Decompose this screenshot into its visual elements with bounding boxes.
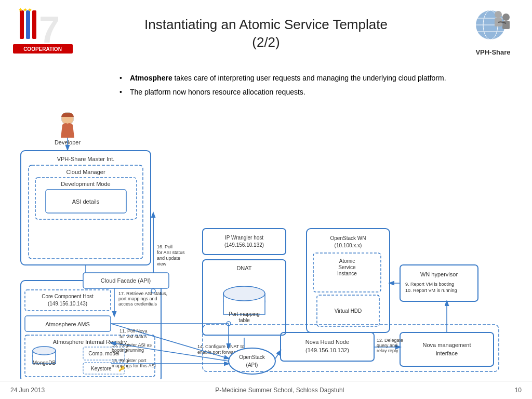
- footer-page: 10: [515, 387, 522, 394]
- svg-text:MongoDB: MongoDB: [33, 360, 56, 366]
- svg-text:16. Poll: 16. Poll: [157, 244, 172, 249]
- svg-text:Core Component Host: Core Component Host: [42, 294, 94, 299]
- title-line2: (2/2): [252, 34, 280, 50]
- footer-center: P-Medicine Summer School, Schloss Dagstu…: [215, 387, 344, 394]
- svg-text:Nova Head Node: Nova Head Node: [305, 339, 349, 345]
- footer: 24 Jun 2013 P-Medicine Summer School, Sc…: [0, 381, 532, 399]
- svg-rect-91: [400, 332, 494, 366]
- bullet-2-text: The platform now honors resource allocat…: [130, 88, 305, 96]
- svg-text:table: table: [238, 317, 250, 323]
- svg-text:14. Configure DNAT to: 14. Configure DNAT to: [197, 344, 244, 349]
- svg-text:(149.156.10.132): (149.156.10.132): [224, 242, 264, 248]
- svg-text:(API): (API): [246, 362, 258, 368]
- svg-text:Nova management: Nova management: [423, 342, 471, 348]
- svg-text:DNAT: DNAT: [236, 265, 251, 271]
- svg-text:COOPERATION: COOPERATION: [23, 46, 62, 52]
- svg-text:interface: interface: [436, 350, 458, 356]
- svg-text:12. Delegate: 12. Delegate: [377, 338, 403, 343]
- diagram-area: Developer VPH-Share Master Int. Cloud Ma…: [5, 109, 527, 378]
- footer-date: 24 Jun 2013: [10, 387, 45, 394]
- svg-rect-3: [32, 10, 36, 39]
- svg-text:OpenStack WN: OpenStack WN: [330, 235, 366, 241]
- bullet-1-text: takes care of interpreting user requests…: [175, 74, 446, 82]
- bullet-1: Atmosphere takes care of interpreting us…: [119, 73, 522, 84]
- svg-text:relay reply: relay reply: [377, 348, 398, 353]
- svg-point-12: [495, 11, 502, 18]
- svg-text:for ASI status: for ASI status: [157, 250, 185, 255]
- svg-text:ASI details: ASI details: [72, 198, 100, 205]
- bullet-1-bold: Atmosphere: [130, 74, 172, 82]
- svg-text:17. Retrieve ASI status,: 17. Retrieve ASI status,: [118, 291, 167, 296]
- left-logo: 7 ★★★ COOPERATION: [10, 5, 78, 57]
- svg-rect-1: [20, 10, 24, 39]
- svg-text:9. Report VM is booting: 9. Report VM is booting: [405, 282, 454, 287]
- svg-text:Development Mode: Development Mode: [61, 181, 110, 187]
- svg-text:query and: query and: [377, 343, 397, 348]
- svg-text:Cloud Facade (API): Cloud Facade (API): [101, 277, 151, 284]
- header: 7 ★★★ COOPERATION Instantiating an Atomi…: [0, 0, 532, 68]
- svg-text:(10.100.x.x): (10.100.x.x): [335, 243, 362, 248]
- svg-text:Instance: Instance: [337, 271, 357, 276]
- title-area: Instantiating an Atomic Service Template…: [144, 16, 388, 51]
- svg-text:booting/running: booting/running: [112, 348, 144, 353]
- svg-text:VPH-Share Master Int.: VPH-Share Master Int.: [57, 156, 115, 162]
- right-logo: VPH-Share: [464, 5, 522, 57]
- main-title: Instantiating an Atomic Service Template…: [144, 16, 388, 51]
- svg-text:(149.156.10.143): (149.156.10.143): [48, 301, 87, 307]
- svg-point-65: [223, 286, 265, 301]
- svg-text:(149.156.10.132): (149.156.10.132): [305, 347, 349, 353]
- svg-text:port mappings and: port mappings and: [118, 296, 157, 301]
- svg-text:IP Wrangler host: IP Wrangler host: [225, 235, 263, 241]
- svg-text:Virtual HDD: Virtual HDD: [335, 308, 362, 314]
- svg-line-108: [275, 351, 281, 358]
- bullet-2: The platform now honors resource allocat…: [119, 87, 522, 98]
- svg-rect-19: [21, 151, 151, 265]
- svg-text:Port mapping: Port mapping: [229, 311, 259, 317]
- svg-text:view: view: [157, 261, 167, 267]
- svg-text:Atomic: Atomic: [339, 258, 355, 264]
- svg-text:Service: Service: [338, 264, 356, 270]
- svg-text:and update: and update: [157, 256, 180, 261]
- svg-text:WN hypervisor: WN hypervisor: [420, 271, 458, 277]
- svg-text:★★★: ★★★: [18, 7, 32, 12]
- svg-text:13. Register ASI as: 13. Register ASI as: [112, 342, 152, 348]
- vph-share-label: VPH-Share: [475, 48, 510, 56]
- svg-text:Keystore: Keystore: [91, 366, 112, 371]
- svg-rect-88: [229, 348, 275, 374]
- svg-rect-2: [26, 10, 30, 39]
- bullets-section: Atmosphere takes care of interpreting us…: [119, 73, 522, 101]
- svg-text:access credentials: access credentials: [118, 301, 157, 307]
- svg-text:for VM status: for VM status: [119, 334, 148, 339]
- svg-point-14: [502, 14, 510, 21]
- svg-text:Cloud Manager: Cloud Manager: [66, 169, 105, 175]
- svg-rect-58: [203, 229, 286, 255]
- svg-text:10. Report VM is running: 10. Report VM is running: [405, 288, 457, 293]
- svg-text:OpenStack: OpenStack: [239, 354, 265, 360]
- svg-text:11. Poll Nova: 11. Poll Nova: [119, 328, 148, 334]
- svg-text:15. Register port: 15. Register port: [112, 358, 147, 363]
- svg-rect-38: [25, 290, 111, 311]
- svg-text:Atmosphere AMS: Atmosphere AMS: [45, 321, 90, 327]
- svg-point-47: [33, 347, 56, 355]
- title-line1: Instantiating an Atomic Service Template: [144, 17, 388, 32]
